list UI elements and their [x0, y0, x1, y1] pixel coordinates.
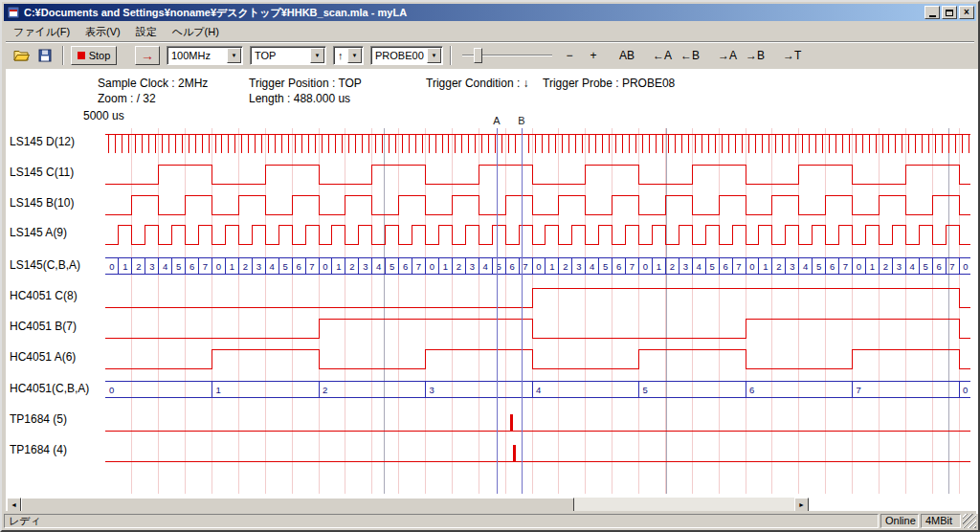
svg-text:4: 4 [910, 261, 915, 272]
channel-label-ls145-b10[interactable]: LS145 B(10) [10, 196, 74, 210]
menu-item-view[interactable]: 表示(V) [78, 23, 128, 41]
svg-text:2: 2 [883, 261, 888, 272]
toolbar-separator [62, 46, 64, 65]
close-button[interactable]: × [959, 6, 974, 19]
chevron-down-icon[interactable]: ▼ [310, 48, 324, 63]
svg-text:6: 6 [403, 261, 408, 272]
run-arrow-icon: → [141, 48, 154, 63]
goto-b-right-button[interactable]: →B [743, 46, 768, 65]
svg-text:3: 3 [470, 261, 475, 272]
chevron-down-icon[interactable]: ▼ [427, 48, 441, 63]
scrollbar-thumb[interactable] [21, 498, 574, 512]
scroll-right-icon: ► [798, 501, 805, 508]
svg-text:6: 6 [616, 261, 621, 272]
goto-a-right-button[interactable]: →A [715, 46, 740, 65]
channel-label-hc4051-bus[interactable]: HC4051(C,B,A) [10, 382, 89, 395]
run-button[interactable]: → [135, 46, 160, 65]
svg-text:1: 1 [549, 261, 554, 272]
svg-text:1: 1 [230, 261, 234, 272]
svg-text:0: 0 [963, 385, 968, 395]
svg-text:7: 7 [203, 261, 208, 272]
svg-text:7: 7 [630, 261, 635, 272]
svg-text:5: 5 [816, 261, 821, 272]
titlebar[interactable]: C:¥Documents and Settings¥noname¥デスクトップ¥… [4, 4, 976, 21]
zoom-info: Zoom : / 32 [98, 92, 156, 105]
svg-text:4: 4 [376, 261, 381, 272]
svg-text:3: 3 [790, 261, 794, 272]
svg-text:3: 3 [256, 261, 261, 272]
svg-text:3: 3 [576, 261, 581, 272]
trigger-position-select[interactable]: TOP ▼ [250, 46, 326, 65]
svg-text:3: 3 [897, 261, 902, 272]
stop-icon [78, 52, 85, 59]
svg-text:1: 1 [122, 261, 127, 272]
trigger-probe-select[interactable]: PROBE00 ▼ [370, 46, 443, 65]
waveform-plot[interactable]: 0123456701234567012345670123456701234567… [105, 113, 970, 496]
menu-item-settings[interactable]: 設定 [128, 23, 165, 41]
stop-button[interactable]: Stop [71, 46, 117, 65]
goto-trigger-button[interactable]: →T [780, 46, 804, 65]
svg-text:0: 0 [749, 261, 754, 272]
channel-label-ls145-a9[interactable]: LS145 A(9) [10, 226, 67, 239]
svg-text:6: 6 [509, 261, 514, 272]
ab-button[interactable]: AB [616, 46, 637, 65]
app-window: C:¥Documents and Settings¥noname¥デスクトップ¥… [0, 0, 980, 532]
channel-label-hc4051-a6[interactable]: HC4051 A(6) [10, 350, 76, 364]
svg-text:2: 2 [323, 385, 327, 395]
svg-text:0: 0 [323, 261, 327, 272]
scroll-left-icon: ◄ [11, 501, 17, 508]
minimize-button[interactable] [924, 6, 940, 19]
open-button[interactable] [11, 46, 32, 65]
svg-text:0: 0 [857, 261, 861, 272]
chevron-down-icon[interactable]: ▼ [347, 48, 362, 63]
svg-text:2: 2 [457, 261, 461, 272]
trigger-position-info: Trigger Position : TOP [249, 77, 362, 90]
menu-item-help[interactable]: ヘルプ(H) [165, 23, 227, 41]
channel-label-hc4051-b7[interactable]: HC4051 B(7) [10, 320, 77, 333]
horizontal-scrollbar[interactable]: ◄ ► [7, 498, 809, 512]
svg-text:2: 2 [563, 261, 568, 272]
svg-text:6: 6 [830, 261, 835, 272]
chevron-down-icon[interactable]: ▼ [227, 48, 241, 63]
svg-text:7: 7 [416, 261, 421, 272]
toolbar-separator [450, 46, 452, 65]
trigger-condition-info: Trigger Condition : ↓ [426, 77, 529, 90]
goto-b-left-button[interactable]: ←B [678, 46, 702, 65]
channel-label-tp1684-5[interactable]: TP1684 (5) [10, 412, 67, 426]
status-memory: 4MBit [921, 514, 961, 528]
maximize-button[interactable] [942, 6, 957, 19]
resize-grip[interactable] [963, 514, 976, 528]
svg-text:4: 4 [697, 261, 702, 272]
svg-text:4: 4 [483, 261, 488, 272]
save-button[interactable] [34, 46, 56, 65]
zoom-slider[interactable] [462, 46, 552, 65]
svg-text:1: 1 [870, 261, 875, 272]
trigger-edge-select[interactable]: ↑ ▼ [333, 46, 364, 65]
channel-label-hc4051-c8[interactable]: HC4051 C(8) [10, 289, 78, 302]
svg-text:2: 2 [670, 261, 675, 272]
svg-text:3: 3 [430, 385, 434, 395]
toolbar: Stop → 100MHz ▼ TOP ▼ ↑ ▼ PROBE00 ▼ − + … [6, 41, 974, 68]
svg-text:3: 3 [363, 261, 368, 272]
channel-label-ls145-c11[interactable]: LS145 C(11) [10, 166, 74, 179]
zoom-out-button[interactable]: − [559, 46, 580, 65]
channel-label-tp1684-4[interactable]: TP1684 (4) [10, 443, 67, 456]
channel-label-ls145-bus[interactable]: LS145(C,B,A) [10, 258, 80, 272]
channel-label-ls145-d12[interactable]: LS145 D(12) [10, 135, 75, 148]
svg-text:0: 0 [109, 385, 114, 395]
svg-text:6: 6 [189, 261, 194, 272]
length-info: Length : 488.000 us [249, 92, 350, 105]
zoom-in-button[interactable]: + [583, 46, 604, 65]
svg-text:1: 1 [657, 261, 661, 272]
menu-item-file[interactable]: ファイル(F) [6, 23, 78, 41]
scroll-left-button[interactable]: ◄ [7, 498, 21, 512]
sample-clock-select[interactable]: 100MHz ▼ [167, 46, 243, 65]
zoom-slider-handle[interactable] [474, 48, 482, 63]
window-title: C:¥Documents and Settings¥noname¥デスクトップ¥… [24, 6, 924, 20]
svg-text:B: B [518, 115, 524, 126]
svg-text:6: 6 [296, 261, 301, 272]
scroll-right-button[interactable]: ► [794, 498, 809, 512]
goto-a-left-button[interactable]: ←A [650, 46, 675, 65]
svg-text:0: 0 [643, 261, 648, 272]
svg-text:7: 7 [857, 385, 861, 395]
